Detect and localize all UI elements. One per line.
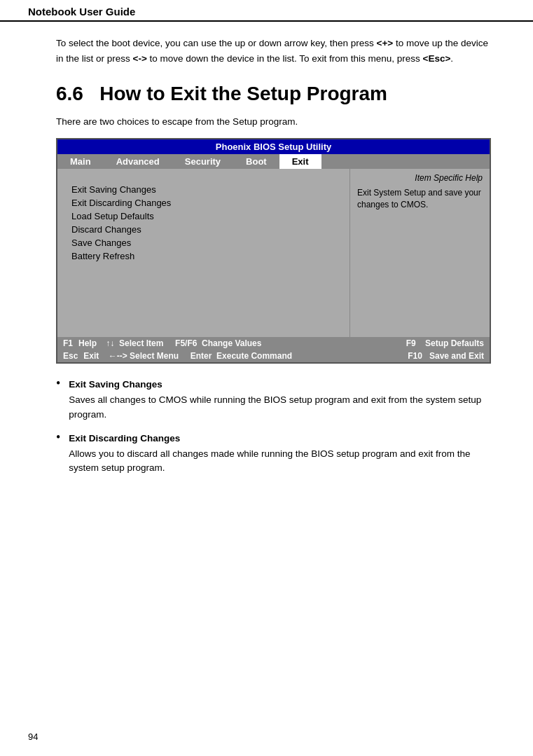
bios-box: Phoenix BIOS Setup Utility Main Advanced… xyxy=(56,138,491,364)
list-item[interactable]: Battery Refresh xyxy=(71,249,335,263)
intro-text: To select the boot device, you can use t… xyxy=(56,36,491,66)
bios-menu-exit[interactable]: Exit xyxy=(279,154,321,169)
bullet-text-1: Saves all changes to CMOS while running … xyxy=(69,394,481,419)
bios-menu-advanced[interactable]: Advanced xyxy=(104,154,172,169)
bios-main-panel: Exit Saving Changes Exit Discarding Chan… xyxy=(57,169,349,337)
exit-label: Exit ←--> Select Menu Enter Execute Comm… xyxy=(83,351,292,361)
bullet-item-2: • Exit Discarding Changes Allows you to … xyxy=(56,432,491,476)
list-item[interactable]: Exit Saving Changes xyxy=(71,183,335,196)
help-label: Help ↑↓ Select Item F5/F6 Change Values xyxy=(78,338,261,348)
bios-menu-list: Exit Saving Changes Exit Discarding Chan… xyxy=(71,183,335,263)
bullet-content-2: Exit Discarding Changes Allows you to di… xyxy=(69,432,491,476)
bios-help-panel: Item Specific Help Exit System Setup and… xyxy=(349,169,490,337)
section-header: 6.6 How to Exit the Setup Program xyxy=(56,83,491,105)
header-title: Notebook User Guide xyxy=(28,6,135,18)
page-number: 94 xyxy=(28,731,38,742)
key-f1-label: F1 xyxy=(63,338,73,348)
page-header: Notebook User Guide xyxy=(0,0,533,22)
bios-help-text: Exit System Setup and save your changes … xyxy=(357,187,483,211)
list-item[interactable]: Exit Discarding Changes xyxy=(71,196,335,209)
section-title: 6.6 How to Exit the Setup Program xyxy=(56,83,491,105)
list-item[interactable]: Load Setup Defaults xyxy=(71,209,335,223)
bullet-heading-2: Exit Discarding Changes xyxy=(69,432,491,446)
bios-menu-security[interactable]: Security xyxy=(172,154,233,169)
bios-help-title: Item Specific Help xyxy=(357,173,483,183)
bullet-heading-1: Exit Saving Changes xyxy=(69,378,491,392)
f10-label: F10 Save and Exit xyxy=(408,351,484,361)
list-item[interactable]: Discard Changes xyxy=(71,223,335,236)
bios-body: Exit Saving Changes Exit Discarding Chan… xyxy=(57,169,490,337)
f9-label: F9 Setup Defaults xyxy=(406,338,484,348)
bios-title-bar: Phoenix BIOS Setup Utility xyxy=(57,139,490,154)
bullet-item-1: • Exit Saving Changes Saves all changes … xyxy=(56,378,491,422)
esc-label: Esc xyxy=(63,351,78,361)
bullet-section: • Exit Saving Changes Saves all changes … xyxy=(56,378,491,476)
bios-menu-bar[interactable]: Main Advanced Security Boot Exit xyxy=(57,154,490,169)
bios-menu-main[interactable]: Main xyxy=(57,154,104,169)
bullet-content-1: Exit Saving Changes Saves all changes to… xyxy=(69,378,491,422)
bullet-dot-1: • xyxy=(56,376,60,391)
list-item[interactable]: Save Changes xyxy=(71,236,335,249)
bullet-text-2: Allows you to discard all changes made w… xyxy=(69,448,470,473)
bullet-dot-2: • xyxy=(56,430,60,445)
bios-menu-boot[interactable]: Boot xyxy=(233,154,279,169)
section-intro: There are two choices to escape from the… xyxy=(56,116,491,127)
